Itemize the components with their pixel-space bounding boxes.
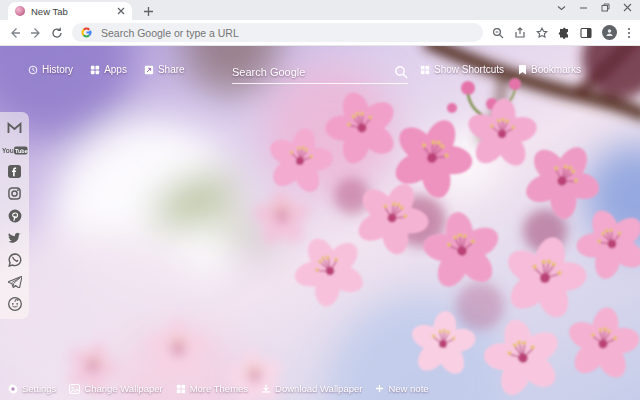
show-shortcuts-button[interactable]: Show Shortcuts xyxy=(420,64,504,75)
forward-icon[interactable] xyxy=(30,27,42,39)
toolbar-right-icons xyxy=(492,25,631,40)
google-g-icon xyxy=(81,27,92,38)
sidebar-item-telegram[interactable] xyxy=(6,273,23,290)
bookmarks-label: Bookmarks xyxy=(531,64,581,75)
shortcuts-grid-icon xyxy=(420,65,430,75)
themes-grid-icon xyxy=(176,384,186,394)
tab-close-icon[interactable] xyxy=(117,7,125,15)
gmail-icon xyxy=(7,122,22,134)
tab-new-tab[interactable]: New Tab xyxy=(8,2,132,20)
apps-label: Apps xyxy=(104,64,127,75)
browser-toolbar xyxy=(0,20,640,46)
restore-icon[interactable] xyxy=(601,3,610,12)
new-note-label: New note xyxy=(388,383,428,394)
sidebar-item-whatsapp[interactable] xyxy=(6,251,23,268)
overlay-top-left: History Apps Share xyxy=(28,64,185,75)
history-button[interactable]: History xyxy=(28,64,73,75)
search-icon[interactable] xyxy=(394,65,408,79)
gear-icon xyxy=(8,384,18,394)
profile-avatar[interactable] xyxy=(602,25,617,40)
tab-favicon-flower-icon xyxy=(15,6,25,16)
youtube-icon: You Tube xyxy=(2,145,28,155)
chevron-down-icon[interactable] xyxy=(557,5,566,11)
tab-title: New Tab xyxy=(31,6,111,17)
url-bar[interactable] xyxy=(72,23,483,42)
instagram-icon xyxy=(8,187,21,200)
sidebar-item-facebook[interactable] xyxy=(6,163,23,180)
overlay-top-right: Show Shortcuts Bookmarks xyxy=(420,64,581,75)
sidebar-item-pinterest[interactable] xyxy=(6,207,23,224)
pinterest-icon xyxy=(8,209,22,223)
menu-dots-icon[interactable] xyxy=(627,27,631,39)
download-icon xyxy=(261,384,271,394)
share-button[interactable]: Share xyxy=(144,64,185,75)
change-wallpaper-label: Change Wallpaper xyxy=(84,383,162,394)
download-wallpaper-label: Download Wallpaper xyxy=(275,383,362,394)
share-label: Share xyxy=(158,64,185,75)
extensions-icon[interactable] xyxy=(558,27,570,39)
sidebar-item-gmail[interactable] xyxy=(6,119,23,136)
reddit-icon xyxy=(8,297,22,311)
browser-window: New Tab xyxy=(0,0,640,400)
url-input[interactable] xyxy=(99,26,474,40)
sidebar-item-twitter[interactable] xyxy=(6,229,23,246)
plus-icon xyxy=(375,384,384,393)
sidebar-item-instagram[interactable] xyxy=(6,185,23,202)
new-tab-page: History Apps Share Search Google Show Sh… xyxy=(0,46,640,400)
bookmark-icon xyxy=(518,64,527,75)
history-icon xyxy=(28,65,38,75)
close-icon[interactable] xyxy=(623,3,632,12)
reload-icon[interactable] xyxy=(51,27,63,39)
new-note-button[interactable]: New note xyxy=(375,383,428,394)
side-panel-icon[interactable] xyxy=(580,27,592,39)
back-icon[interactable] xyxy=(9,27,21,39)
more-themes-label: More Themes xyxy=(190,383,248,394)
history-label: History xyxy=(42,64,73,75)
window-controls xyxy=(557,1,632,14)
share-icon[interactable] xyxy=(514,27,526,39)
more-themes-button[interactable]: More Themes xyxy=(176,383,248,394)
minimize-icon[interactable] xyxy=(579,3,588,12)
svg-text:Tube: Tube xyxy=(15,148,28,154)
social-sidebar: You Tube xyxy=(0,112,29,319)
svg-text:You: You xyxy=(2,147,14,154)
apps-button[interactable]: Apps xyxy=(90,64,127,75)
sidebar-item-youtube[interactable]: You Tube xyxy=(2,141,28,158)
cherry-blossom-wallpaper xyxy=(0,46,640,400)
search-placeholder: Search Google xyxy=(232,66,305,78)
zoom-icon[interactable] xyxy=(492,27,504,39)
telegram-icon xyxy=(8,276,22,288)
tab-strip: New Tab xyxy=(0,0,640,20)
twitter-icon xyxy=(8,232,22,244)
new-tab-button[interactable] xyxy=(140,3,156,19)
facebook-icon xyxy=(8,165,21,178)
change-wallpaper-button[interactable]: Change Wallpaper xyxy=(69,383,162,394)
image-icon xyxy=(69,384,80,394)
wallpaper-search-box[interactable]: Search Google xyxy=(232,61,408,84)
settings-button[interactable]: Settings xyxy=(8,383,56,394)
download-wallpaper-button[interactable]: Download Wallpaper xyxy=(261,383,362,394)
bookmarks-button[interactable]: Bookmarks xyxy=(518,64,581,75)
overlay-bottom-bar: Settings Change Wallpaper More Themes Do… xyxy=(8,383,429,394)
apps-grid-icon xyxy=(90,65,100,75)
show-shortcuts-label: Show Shortcuts xyxy=(434,64,504,75)
share-box-icon xyxy=(144,65,154,75)
bookmark-star-icon[interactable] xyxy=(536,27,548,39)
whatsapp-icon xyxy=(8,253,22,267)
sidebar-item-reddit[interactable] xyxy=(6,295,23,312)
settings-label: Settings xyxy=(22,383,56,394)
